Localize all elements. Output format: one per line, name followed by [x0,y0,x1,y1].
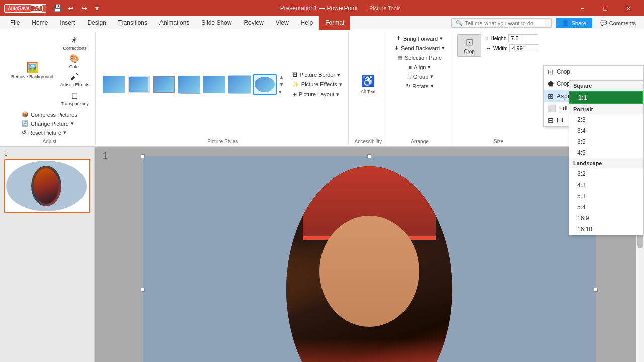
tab-design[interactable]: Design [81,16,112,30]
height-label: ↕ [486,35,489,41]
height-field[interactable] [508,34,538,42]
aspect-2-3[interactable]: 2:3 [569,114,643,125]
search-input[interactable] [465,20,545,26]
comments-icon: 💬 [600,20,607,26]
align-button[interactable]: ≡ Align ▾ [407,63,433,71]
tab-format[interactable]: Format [319,16,350,30]
share-comments-section: 🔍 👤 Share 💬 Comments [447,18,640,28]
undo-button[interactable]: ↩ [65,3,76,14]
adjust-buttons: 🖼️ Remove Background ☀ Corrections 🎨 Col… [8,32,91,109]
send-backward-button[interactable]: ⬇ Send Backward ▾ [392,44,447,52]
quick-access-more[interactable]: ▾ [92,3,103,14]
alt-text-icon: ♿ [361,75,375,88]
corrections-icon: ☀ [71,35,78,45]
width-field[interactable] [509,44,539,52]
style-7-selected[interactable] [253,74,277,95]
picture-layout-label: Picture Layout [299,91,334,97]
styles-scroll-up[interactable]: ▲ [279,74,284,80]
remove-background-button[interactable]: 🖼️ Remove Background [8,59,56,82]
style-2[interactable] [127,74,151,95]
aspect-4-3[interactable]: 4:3 [569,179,643,191]
aspect-1-1[interactable]: 1:1 [569,91,643,104]
accessibility-label: Accessibility [355,137,382,144]
selection-pane-button[interactable]: ▤ Selection Pane [395,53,444,62]
aspect-5-3[interactable]: 5:3 [569,191,643,202]
aspect-4-5[interactable]: 4:5 [569,147,643,158]
aspect-3-2[interactable]: 3:2 [569,168,643,179]
handle-left[interactable] [141,288,145,292]
tab-help[interactable]: Help [295,16,319,30]
rotate-button[interactable]: ↻ Rotate ▾ [404,82,435,90]
tab-slideshow[interactable]: Slide Show [195,16,237,30]
arrange-label: Arrange [411,137,429,144]
arrange-content: ⬆ Bring Forward ▾ ⬇ Send Backward ▾ ▤ Se… [392,32,447,137]
crop-item[interactable]: ⊡ Crop [544,66,643,78]
aspect-16-10[interactable]: 16:10 [569,224,643,235]
change-picture-button[interactable]: 🔄 Change Picture ▾ [20,119,79,128]
handle-top[interactable] [367,154,371,158]
picture-layout-button[interactable]: ⊞ Picture Layout ▾ [290,90,344,99]
handle-topleft[interactable] [141,154,145,158]
maximize-button[interactable]: □ [594,0,617,16]
aspect-3-4[interactable]: 3:4 [569,125,643,136]
reset-picture-button[interactable]: ↺ Reset Picture ▾ [20,128,79,137]
style-4[interactable] [177,74,201,95]
style-5[interactable] [202,74,226,95]
crop-label: Crop [464,49,475,54]
tab-review[interactable]: Review [237,16,269,30]
aspect-16-9[interactable]: 16:9 [569,213,643,224]
slide-number: 1 [4,151,90,157]
tab-file[interactable]: File [4,16,26,30]
styles-scroll-down[interactable]: ▼ [279,81,284,87]
style-6[interactable] [227,74,252,95]
change-icon: 🔄 [22,120,29,127]
picture-border-button[interactable]: 🖼 Picture Border ▾ [290,71,344,79]
corrections-button[interactable]: ☀ Corrections [58,34,91,52]
share-icon: 👤 [562,20,569,26]
bring-forward-icon: ⬆ [396,35,401,42]
artistic-effects-button[interactable]: 🖌 Artistic Effects [58,71,91,88]
redo-button[interactable]: ↪ [78,3,90,14]
slide-thumbnail[interactable] [4,159,90,213]
autosave-button[interactable]: AutoSave Off [4,4,46,13]
picture-oval[interactable] [286,166,452,362]
save-button[interactable]: 💾 [52,3,63,14]
align-label: Align [414,64,426,70]
search-box[interactable]: 🔍 [451,18,552,28]
transparency-icon: ◻ [71,90,78,100]
crop-item-label: Crop [557,68,570,75]
picture-border-icon: 🖼 [292,72,298,78]
bring-forward-button[interactable]: ⬆ Bring Forward ▾ [394,34,445,43]
handle-right[interactable] [594,288,598,292]
tab-transitions[interactable]: Transitions [112,16,153,30]
styles-more[interactable]: ▾ [279,88,284,95]
color-button[interactable]: 🎨 Color [58,53,91,70]
picture-effects-button[interactable]: ✨ Picture Effects ▾ [290,80,344,89]
transparency-button[interactable]: ◻ Transparency [58,89,91,107]
alt-text-button[interactable]: ♿ Alt Text [356,73,380,96]
autosave-toggle[interactable]: Off [31,5,42,12]
aspect-3-5[interactable]: 3:5 [569,136,643,147]
minimize-button[interactable]: − [571,0,594,16]
tab-home[interactable]: Home [26,16,54,30]
picture-border-label: Picture Border [300,72,335,78]
ribbon-tabs: File Home Insert Design Transitions Anim… [0,16,644,30]
comments-button[interactable]: 💬 Comments [596,18,640,28]
share-button[interactable]: 👤 Share [556,18,592,28]
share-label: Share [571,20,586,26]
compress-pictures-button[interactable]: 📦 Compress Pictures [20,110,79,119]
tab-view[interactable]: View [270,16,295,30]
close-button[interactable]: ✕ [617,0,640,16]
picture-styles-row: ▲ ▼ ▾ [102,74,284,95]
style-3[interactable] [152,74,176,95]
adjust-group: 🖼️ Remove Background ☀ Corrections 🎨 Col… [4,32,96,144]
group-button[interactable]: ⬚ Group ▾ [404,72,436,81]
autosave-label: AutoSave [8,6,29,11]
aspect-5-4[interactable]: 5:4 [569,202,643,213]
crop-button[interactable]: ⊡ Crop [457,34,481,57]
height-label-text: Height: [491,36,507,41]
group-icon: ⬚ [406,73,411,80]
style-1[interactable] [102,74,126,95]
tab-animations[interactable]: Animations [153,16,195,30]
tab-insert[interactable]: Insert [54,16,81,30]
